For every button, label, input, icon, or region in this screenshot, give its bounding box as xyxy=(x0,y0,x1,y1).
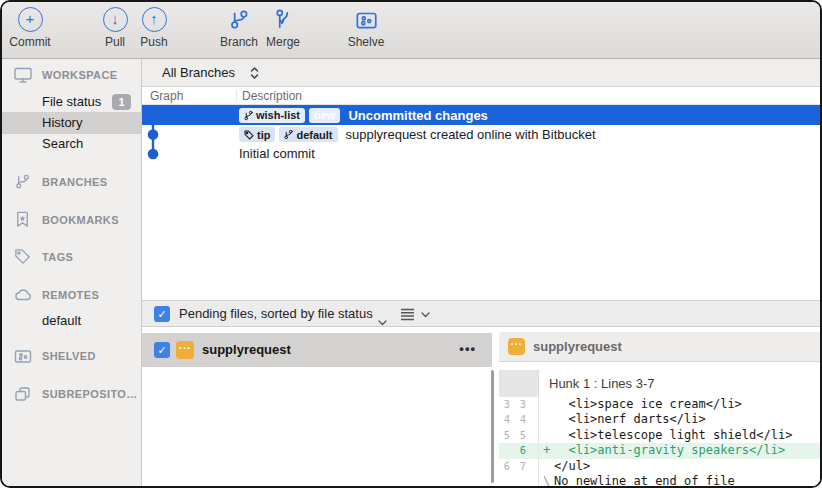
branch-badge-default: default xyxy=(279,127,337,142)
description-column-header[interactable]: Description xyxy=(242,87,302,105)
view-options-menu[interactable] xyxy=(400,301,430,328)
chevron-down-icon xyxy=(421,312,430,318)
branches-icon xyxy=(13,172,33,192)
push-icon: ↑ xyxy=(142,7,167,32)
file-actions-button[interactable]: ••• xyxy=(459,333,476,365)
tip-badge: tip xyxy=(239,127,275,142)
modified-status-icon: ··· xyxy=(176,341,194,359)
commit-message: Initial commit xyxy=(239,146,315,161)
list-view-icon xyxy=(400,308,415,321)
main-area: All Branches Graph Description xyxy=(142,59,820,486)
sidebar-item-shelved[interactable]: SHELVED xyxy=(2,345,141,367)
column-divider[interactable] xyxy=(236,90,237,101)
file-name: supplyrequest xyxy=(202,333,291,367)
commit-icon: + xyxy=(18,7,43,32)
file-checkbox[interactable]: ✓ xyxy=(154,342,170,358)
diff-panel: ··· supplyrequest Hunk 1 : Lines 3-7 33 … xyxy=(499,327,820,486)
push-button[interactable]: ↑ Push xyxy=(122,7,186,49)
push-label: Push xyxy=(122,35,186,49)
branch-filter-bar: All Branches xyxy=(142,59,820,87)
diff-file-header: ··· supplyrequest xyxy=(499,332,820,362)
hunk-title: Hunk 1 : Lines 3-7 xyxy=(549,370,655,397)
diff-lines: 33 <li>space ice cream</li> 44 <li>nerf … xyxy=(499,397,820,486)
diff-line-added: 6+ <li>anti-gravity speakers</li> xyxy=(499,443,820,458)
file-status-count-badge: 1 xyxy=(112,94,131,110)
sidebar-item-search[interactable]: Search xyxy=(2,133,141,155)
commit-row-supplyrequest[interactable]: tip default supplyrequest created online… xyxy=(142,125,820,144)
diff-line: 55 <li>telescope light shield</li> xyxy=(499,428,820,443)
diff-line: 44 <li>nerf darts</li> xyxy=(499,412,820,427)
merge-label: Merge xyxy=(251,35,315,49)
history-column-header: Graph Description xyxy=(142,87,820,105)
commit-message: supplyrequest created online with Bitbuc… xyxy=(346,127,596,142)
sidebar: WORKSPACE File status 1 History Search B… xyxy=(2,59,142,486)
hunk-gutter xyxy=(499,370,539,397)
sidebar-item-remotes[interactable]: REMOTES xyxy=(2,284,141,306)
diff-file-name: supplyrequest xyxy=(533,332,622,361)
commit-label: Commit xyxy=(0,35,62,49)
shelve-icon xyxy=(334,7,398,32)
commit-message: Uncommitted changes xyxy=(348,108,487,123)
new-badge: new xyxy=(309,108,340,123)
sidebar-item-default-remote[interactable]: default xyxy=(2,310,141,332)
sidebar-item-workspace[interactable]: WORKSPACE xyxy=(2,64,141,86)
sourcetree-window: + Commit ↓ Pull ↑ Push Branch xyxy=(0,0,822,488)
branch-filter-label: All Branches xyxy=(162,59,235,86)
bookmarks-icon xyxy=(13,210,33,230)
branch-badge-wish-list: wish-list xyxy=(239,108,305,123)
tags-icon xyxy=(13,247,33,267)
file-row-supplyrequest[interactable]: ✓ ··· supplyrequest ••• xyxy=(142,333,492,367)
vertical-scrollbar[interactable] xyxy=(491,370,494,483)
graph-column-header[interactable]: Graph xyxy=(150,87,183,105)
merge-icon xyxy=(251,7,315,32)
diff-line: 33 <li>space ice cream</li> xyxy=(499,397,820,412)
remotes-icon xyxy=(13,285,33,305)
subrepositories-icon xyxy=(13,384,33,404)
shelved-icon xyxy=(13,346,33,366)
workspace-icon xyxy=(13,65,33,85)
commit-row-uncommitted[interactable]: wish-list new Uncommitted changes xyxy=(142,105,820,125)
pending-file-list: ✓ ··· supplyrequest ••• xyxy=(142,327,492,486)
diff-line: 67</ul> xyxy=(499,459,820,474)
sidebar-item-subrepositories[interactable]: SUBREPOSITO… xyxy=(2,383,141,405)
pending-files-bar: ✓ Pending files, sorted by file status xyxy=(142,300,820,327)
merge-button[interactable]: Merge xyxy=(251,7,315,49)
sidebar-item-branches[interactable]: BRANCHES xyxy=(2,171,141,193)
sidebar-item-bookmarks[interactable]: BOOKMARKS xyxy=(2,209,141,231)
modified-status-icon: ··· xyxy=(508,338,525,355)
shelve-button[interactable]: Shelve xyxy=(334,7,398,49)
toolbar: + Commit ↓ Pull ↑ Push Branch xyxy=(2,2,820,59)
sidebar-item-tags[interactable]: TAGS xyxy=(2,246,141,268)
sidebar-item-file-status[interactable]: File status 1 xyxy=(2,91,141,113)
diff-line-no-newline: \No newline at end of file xyxy=(499,474,820,488)
commit-list: wish-list new Uncommitted changes tip de… xyxy=(142,105,820,300)
pending-files-label[interactable]: Pending files, sorted by file status xyxy=(179,301,373,327)
shelve-label: Shelve xyxy=(334,35,398,49)
commit-row-initial[interactable]: Initial commit xyxy=(142,144,820,163)
sidebar-item-history[interactable]: History xyxy=(2,112,141,134)
hunk-header: Hunk 1 : Lines 3-7 xyxy=(499,370,820,397)
pending-files-checkbox[interactable]: ✓ xyxy=(154,306,170,322)
branch-filter-dropdown[interactable] xyxy=(249,65,260,85)
commit-button[interactable]: + Commit xyxy=(0,7,62,49)
